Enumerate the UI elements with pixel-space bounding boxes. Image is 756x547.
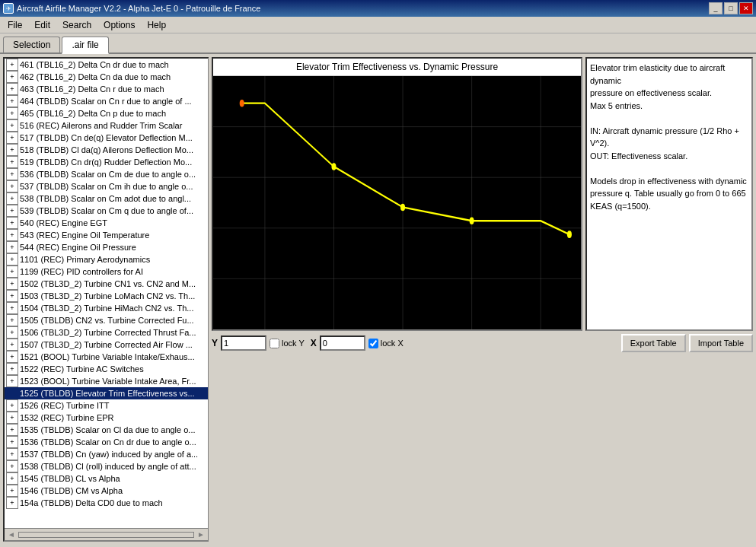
- tab-selection[interactable]: Selection: [3, 37, 60, 52]
- tree-expander-1546[interactable]: +: [6, 485, 18, 497]
- tree-expander-1502[interactable]: +: [6, 278, 18, 290]
- tree-item-1532[interactable]: +1532 (REC) Turbine EPR: [5, 412, 208, 424]
- tree-item-1525[interactable]: 1525 (TBLDB) Elevator Trim Effectiveness…: [5, 387, 208, 399]
- tree-expander-461[interactable]: +: [6, 59, 18, 71]
- menu-help[interactable]: Help: [141, 18, 172, 32]
- tree-expander-516[interactable]: +: [6, 119, 18, 132]
- tree-item-1199[interactable]: +1199 (REC) PID controllers for AI: [5, 266, 208, 278]
- tree-item-519[interactable]: +519 (TBLDB) Cn dr(q) Rudder Deflection …: [5, 156, 208, 168]
- tree-item-1502[interactable]: +1502 (TBL3D_2) Turbine CN1 vs. CN2 and …: [5, 278, 208, 290]
- tree-expander-537[interactable]: +: [6, 180, 18, 192]
- tree-expander-518[interactable]: +: [6, 144, 18, 156]
- tree-expander-1505[interactable]: +: [6, 314, 18, 326]
- tree-item-537[interactable]: +537 (TBLDB) Scalar on Cm ih due to angl…: [5, 180, 208, 192]
- tree-item-1504[interactable]: +1504 (TBL3D_2) Turbine HiMach CN2 vs. T…: [5, 302, 208, 314]
- tree-expander-1532[interactable]: +: [6, 412, 18, 424]
- tree-item-154a[interactable]: +154a (TBLDB) Delta CD0 due to mach: [5, 497, 208, 509]
- tree-item-1522[interactable]: +1522 (REC) Turbine AC Switches: [5, 363, 208, 375]
- tree-expander-517[interactable]: +: [6, 132, 18, 144]
- tree-expander-543[interactable]: +: [6, 229, 18, 241]
- tree-item-462[interactable]: +462 (TBL16_2) Delta Cn da due to mach: [5, 71, 208, 83]
- tree-label-543: 543 (REC) Engine Oil Temperature: [20, 231, 149, 240]
- x-input[interactable]: [320, 336, 365, 351]
- tree-label-1545: 1545 (TBLDB) CL vs Alpha: [20, 474, 120, 483]
- tree-container[interactable]: +461 (TBL16_2) Delta Cn dr due to mach+4…: [5, 59, 208, 528]
- tree-item-543[interactable]: +543 (REC) Engine Oil Temperature: [5, 229, 208, 241]
- chart-plot[interactable]: [213, 76, 581, 329]
- tree-scrollbar-horizontal[interactable]: ◄ ►: [5, 528, 208, 540]
- tree-expander-1522[interactable]: +: [6, 363, 18, 375]
- tree-expander-540[interactable]: +: [6, 217, 18, 229]
- close-button[interactable]: ✕: [739, 2, 753, 14]
- tree-expander-1507[interactable]: +: [6, 339, 18, 351]
- tree-expander-1199[interactable]: +: [6, 266, 18, 278]
- tree-expander-462[interactable]: +: [6, 71, 18, 83]
- tree-item-539[interactable]: +539 (TBLDB) Scalar on Cm q due to angle…: [5, 205, 208, 217]
- tree-item-516[interactable]: +516 (REC) Ailerons and Rudder Trim Scal…: [5, 119, 208, 132]
- tree-item-1536[interactable]: +1536 (TBLDB) Scalar on Cn dr due to ang…: [5, 436, 208, 448]
- tree-expander-1523[interactable]: +: [6, 375, 18, 387]
- tree-item-1537[interactable]: +1537 (TBLDB) Cn (yaw) induced by angle …: [5, 448, 208, 460]
- y-input[interactable]: [221, 336, 266, 351]
- tree-expander-1503[interactable]: +: [6, 290, 18, 302]
- tree-item-540[interactable]: +540 (REC) Engine EGT: [5, 217, 208, 229]
- tree-item-517[interactable]: +517 (TBLDB) Cn de(q) Elevator Deflectio…: [5, 132, 208, 144]
- tree-expander-463[interactable]: +: [6, 83, 18, 95]
- y-lock-checkbox[interactable]: [270, 339, 279, 348]
- tab-airfile[interactable]: .air file: [62, 37, 108, 54]
- tree-expander-539[interactable]: +: [6, 205, 18, 217]
- tree-item-518[interactable]: +518 (TBLDB) Cl da(q) Ailerons Deflectio…: [5, 144, 208, 156]
- tree-item-1505[interactable]: +1505 (TBLDB) CN2 vs. Turbine Corrected …: [5, 314, 208, 326]
- tree-expander-538[interactable]: +: [6, 192, 18, 205]
- export-table-button[interactable]: Export Table: [621, 334, 686, 352]
- tree-expander-464[interactable]: +: [6, 95, 18, 107]
- tree-item-463[interactable]: +463 (TBL16_2) Delta Cn r due to mach: [5, 83, 208, 95]
- tree-item-538[interactable]: +538 (TBLDB) Scalar on Cm adot due to an…: [5, 192, 208, 205]
- y-label: Y: [212, 338, 218, 348]
- tree-item-1523[interactable]: +1523 (BOOL) Turbine Variable Intake Are…: [5, 375, 208, 387]
- menu-options[interactable]: Options: [97, 18, 141, 32]
- tree-expander-536[interactable]: +: [6, 168, 18, 180]
- x-lock-checkbox[interactable]: [368, 339, 378, 348]
- menu-file[interactable]: File: [2, 18, 28, 32]
- tree-expander-1538[interactable]: +: [6, 460, 18, 472]
- app-icon: ✈: [3, 3, 14, 14]
- tree-expander-1537[interactable]: +: [6, 448, 18, 460]
- minimize-button[interactable]: _: [709, 2, 723, 14]
- tree-expander-1101[interactable]: +: [6, 253, 18, 266]
- tree-expander-465[interactable]: +: [6, 107, 18, 119]
- tree-item-461[interactable]: +461 (TBL16_2) Delta Cn dr due to mach: [5, 59, 208, 71]
- menu-edit[interactable]: Edit: [28, 18, 56, 32]
- tree-item-1101[interactable]: +1101 (REC) Primary Aerodynamics: [5, 253, 208, 266]
- menu-search[interactable]: Search: [56, 18, 97, 32]
- x-label: X: [311, 338, 317, 348]
- tree-item-1545[interactable]: +1545 (TBLDB) CL vs Alpha: [5, 472, 208, 485]
- tree-expander-1526[interactable]: +: [6, 399, 18, 412]
- maximize-button[interactable]: □: [724, 2, 738, 14]
- tree-expander-519[interactable]: +: [6, 156, 18, 168]
- tree-item-465[interactable]: +465 (TBL16_2) Delta Cn p due to mach: [5, 107, 208, 119]
- tree-item-1503[interactable]: +1503 (TBL3D_2) Turbine LoMach CN2 vs. T…: [5, 290, 208, 302]
- tree-item-1521[interactable]: +1521 (BOOL) Turbine Variable Intake/Exh…: [5, 351, 208, 363]
- tree-expander-154a[interactable]: +: [6, 497, 18, 509]
- import-table-button[interactable]: Import Table: [689, 334, 753, 352]
- tree-item-1526[interactable]: +1526 (REC) Turbine ITT: [5, 399, 208, 412]
- tree-expander-544[interactable]: +: [6, 241, 18, 253]
- tree-item-536[interactable]: +536 (TBLDB) Scalar on Cm de due to angl…: [5, 168, 208, 180]
- tree-expander-1545[interactable]: +: [6, 472, 18, 485]
- tree-expander-1536[interactable]: +: [6, 436, 18, 448]
- x-lock-label: lock X: [368, 339, 404, 348]
- tree-expander-1506[interactable]: +: [6, 326, 18, 339]
- tree-item-1538[interactable]: +1538 (TBLDB) Cl (roll) induced by angle…: [5, 460, 208, 472]
- tree-item-1546[interactable]: +1546 (TBLDB) CM vs Alpha: [5, 485, 208, 497]
- info-line: Elevator trim elasticity due to aircraft…: [590, 62, 748, 87]
- info-line: pressure on effectiveness scalar.: [590, 87, 748, 100]
- tree-expander-1521[interactable]: +: [6, 351, 18, 363]
- tree-expander-1504[interactable]: +: [6, 302, 18, 314]
- tree-expander-1535[interactable]: +: [6, 424, 18, 436]
- tree-item-464[interactable]: +464 (TBLDB) Scalar on Cn r due to angle…: [5, 95, 208, 107]
- tree-item-544[interactable]: +544 (REC) Engine Oil Pressure: [5, 241, 208, 253]
- tree-item-1507[interactable]: +1507 (TBL3D_2) Turbine Corrected Air Fl…: [5, 339, 208, 351]
- tree-item-1535[interactable]: +1535 (TBLDB) Scalar on Cl da due to ang…: [5, 424, 208, 436]
- tree-item-1506[interactable]: +1506 (TBL3D_2) Turbine Corrected Thrust…: [5, 326, 208, 339]
